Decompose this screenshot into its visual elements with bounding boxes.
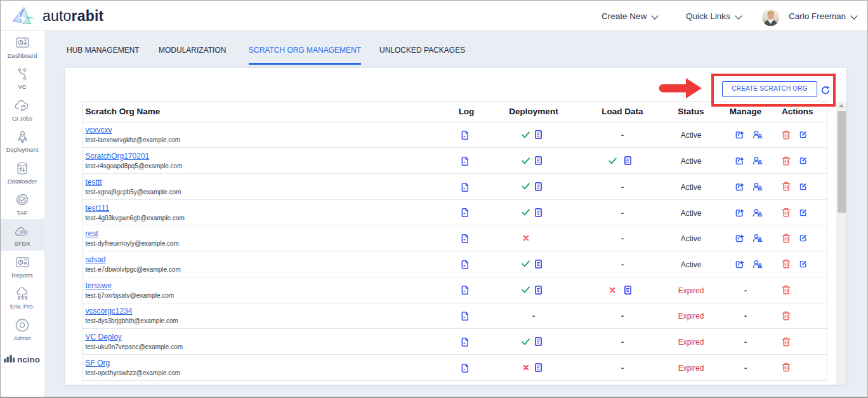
svg-text:Dx: Dx bbox=[20, 229, 25, 235]
svg-text:ncino: ncino bbox=[17, 354, 40, 364]
